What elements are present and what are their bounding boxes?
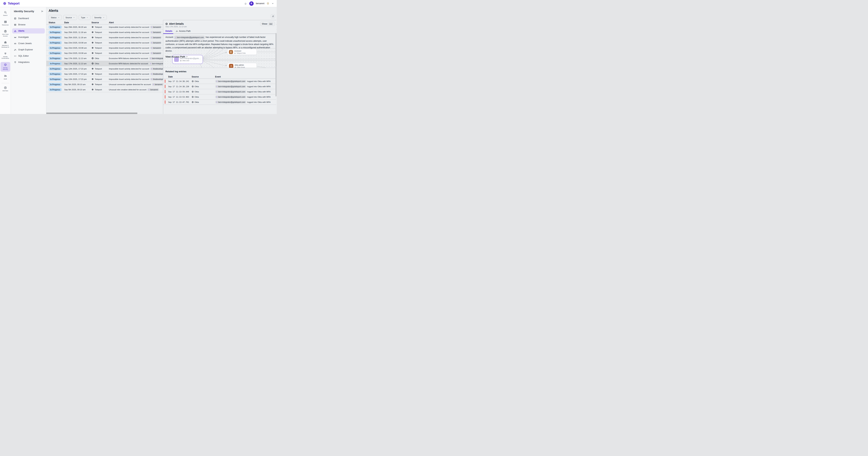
log-row[interactable]: Sep 17 11:13:59.046Oktaben+integrator@go… [163,89,276,94]
log-row[interactable]: Sep 17 11:14:38.230Oktaben+integrator@go… [163,84,276,89]
date-cell: Sep 17th 2025, 11:13 am [64,57,92,59]
close-button[interactable]: Close esc [260,22,275,26]
rail-item-search[interactable]: Search [1,9,10,18]
graph-icon [14,49,17,51]
sidebar-item-crown-jewels[interactable]: Crown Jewels [12,41,45,46]
date-cell: Sep 17th 2025, 11:13 am [64,62,92,65]
status-cell: In Progress [49,36,64,39]
rail-item-zero-trust-access[interactable]: Zero Trust Access [1,28,10,38]
description-prefix: Account [165,36,173,38]
related-logs-header: DateSourceEvent [163,75,276,79]
alert-text: Impossible travel activity detected for … [109,47,149,49]
date-cell: Sep 5th 2025, 09:10 am [64,89,92,91]
collapse-sidebar-icon[interactable] [41,10,44,13]
chevron-down-icon[interactable] [272,2,274,5]
machine-id-icon [4,41,7,44]
okta-icon [180,60,182,61]
filter-label: Type [81,17,85,19]
person-icon [151,47,153,49]
log-column-header-source: Source [192,76,215,78]
log-row[interactable]: Sep 17 11:13:47.701Oktaben+integrator@go… [163,99,276,105]
account-pill[interactable]: benarent [150,26,162,28]
rail-item-machine-workload-id[interactable]: Machine & Workload ID [1,39,10,49]
account-pill[interactable]: benarent [152,83,163,86]
view-access-path-link[interactable]: View Access Path [165,55,188,58]
date-cell: Sep 12th 2025, 17:23 pm [64,78,92,80]
filter-status[interactable]: Status [49,15,62,20]
horizontal-scrollbar[interactable] [46,113,137,114]
account-pill[interactable]: benarent [150,52,162,55]
log-event: ben+integrator@goteleport.comlogged into… [215,101,276,104]
status-cell: In Progress [49,31,64,34]
log-row[interactable]: Sep 17 11:13:53.963Oktaben+integrator@go… [163,94,276,99]
filter-type[interactable]: Type [79,15,90,20]
status-badge: In Progress [49,41,62,44]
sidebar-item-browse[interactable]: Browse [12,22,45,27]
account-pill[interactable]: benarent [147,88,159,91]
source-cell: Teleport [92,88,109,91]
notifications-bell-icon[interactable] [244,2,247,5]
date-cell: Sep 5th 2025, 09:10 am [64,83,92,85]
log-event-text: logged into Okta with MFA [247,101,271,103]
teleport-gear-icon [92,52,94,54]
sidebar-item-investigate[interactable]: Investigate [12,34,45,40]
account-pill[interactable]: ben+integrator@goteleport.com [215,95,246,98]
sidebar-item-dashboard[interactable]: Dashboard [12,16,45,21]
log-event-text: logged into Okta with MFA [247,96,271,98]
source-label: Teleport [95,42,102,44]
tab-label: Access Path [179,30,191,32]
role-badge-icon [229,50,233,54]
account-pill[interactable]: ben+integrator@goteleport.com [215,90,246,93]
refresh-button[interactable] [271,14,275,19]
search-icon [4,11,7,14]
account-pill[interactable]: benarent [150,31,162,34]
account-pill[interactable]: ben+integrator@goteleport.com [174,36,205,39]
alert-text: Impossible travel activity detected for … [109,73,149,75]
account-pill[interactable]: ben+integrator@goteleport.com [215,101,246,104]
vertical-scrollbar[interactable] [276,33,277,96]
brand-logo[interactable]: Teleport [0,2,20,5]
sidebar-item-integrations[interactable]: Integrations [12,60,45,65]
sidebar-item-graph-explorer[interactable]: Graph Explorer [12,47,45,52]
rail-item-identity-governance[interactable]: Identity Governance [1,51,10,60]
account-pill[interactable]: ben+integrator@goteleport.com [215,80,246,83]
audit-icon [4,74,7,78]
account-pill[interactable]: ben+integrator@goteleport.com [215,85,246,88]
teleport-gear-icon [234,53,236,54]
status-cell: In Progress [49,57,64,60]
person-icon [151,31,153,33]
log-source-label: Okta [195,91,199,93]
log-row[interactable]: Sep 17 11:14:38.241Oktaben+integrator@go… [163,79,276,84]
person-icon [151,68,153,70]
alert-text: Unusual connector update detected for ac… [109,83,151,85]
account-name: benarent [153,26,161,28]
account-pill[interactable]: benarent [150,41,162,44]
sidebar-item-alerts[interactable]: Alerts [12,28,45,33]
avatar[interactable]: B [249,1,254,6]
account-pill[interactable]: benarent [150,47,162,49]
sidebar-item-label: SQL Editor [18,55,29,57]
shield-warning-icon[interactable] [267,2,269,5]
resources-icon [4,20,7,24]
rail-item-audit[interactable]: Audit [1,73,10,81]
rail-item-identity-security[interactable]: Identity Security [1,62,10,72]
filter-severity[interactable]: Severity [92,15,107,20]
date-cell: Sep 23rd 2025, 03:08 am [64,52,92,54]
log-date: Sep 17 11:13:47.701 [168,101,192,103]
graph-node-reviewer[interactable]: reviewer Teleport Role [227,49,257,55]
status-badge: In Progress [49,26,62,29]
graph-node-okta-admin[interactable]: okta-admin Okta Group [227,63,257,68]
teleport-gear-icon [92,83,94,85]
sidebar-item-sql-editor[interactable]: SQL Editor [12,53,45,59]
rail-item-resources[interactable]: Resources [1,19,10,27]
okta-icon [92,57,94,59]
filter-source[interactable]: Source [63,15,77,20]
tab-details[interactable]: Details [165,30,172,32]
rail-item-add-new[interactable]: Add New [1,85,10,93]
tab-access-path[interactable]: Access Path [176,30,191,32]
alert-text: Excessive MFA failures detected for acco… [109,57,148,59]
source-cell: Teleport [92,78,109,80]
okta-icon [235,66,236,68]
rail-item-label: Identity Governance [1,56,10,59]
account-pill[interactable]: benarent [150,36,162,39]
